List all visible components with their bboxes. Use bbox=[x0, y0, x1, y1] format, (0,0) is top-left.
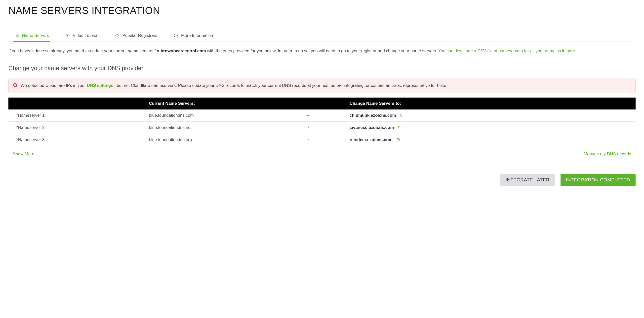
integration-completed-button[interactable]: INTEGRATION COMPLETED bbox=[560, 174, 636, 186]
ns-target-cell: javanese.ezoicns.com bbox=[347, 121, 636, 134]
table-row: *Nameserver 3: blue.foundationdns.org → … bbox=[8, 134, 636, 146]
show-more-link[interactable]: Show More bbox=[13, 151, 34, 156]
svg-rect-11 bbox=[399, 127, 401, 129]
ns-target-cell: reindeer.ezoicns.com bbox=[347, 134, 636, 146]
ns-label: *Nameserver 1: bbox=[8, 109, 146, 122]
copy-icon[interactable] bbox=[398, 126, 402, 130]
list-icon bbox=[14, 33, 19, 38]
ns-target: reindeer.ezoicns.com bbox=[350, 137, 392, 142]
svg-marker-5 bbox=[67, 35, 68, 36]
dns-settings-link[interactable]: DNS settings bbox=[87, 83, 113, 88]
ns-target-cell: chipmunk.ezoicns.com bbox=[347, 109, 636, 122]
tab-name-servers[interactable]: Name Servers bbox=[14, 31, 50, 42]
integrate-later-button[interactable]: INTEGRATE LATER bbox=[500, 174, 555, 186]
tab-more-information[interactable]: More Information bbox=[173, 31, 214, 42]
intro-text: If you haven't done so already, you need… bbox=[8, 48, 636, 54]
info-icon bbox=[174, 33, 178, 38]
svg-rect-12 bbox=[398, 139, 400, 141]
arrow-right-icon: → bbox=[303, 134, 347, 146]
tabs: Name Servers Video Tutorial Popular Regi… bbox=[8, 31, 636, 42]
action-buttons: INTEGRATE LATER INTEGRATION COMPLETED bbox=[8, 174, 636, 186]
star-icon bbox=[115, 33, 119, 38]
arrow-right-icon: → bbox=[303, 109, 347, 122]
ns-current: blue.foundationdns.net bbox=[146, 121, 303, 134]
play-circle-icon bbox=[65, 33, 70, 38]
table-footer: Show More Manage my DNS records bbox=[8, 151, 636, 156]
th-change-to: Change Name Servers to: bbox=[347, 98, 636, 109]
page-title: NAME SERVERS INTEGRATION bbox=[8, 5, 636, 16]
csv-download-link[interactable]: You can download a CSV file of nameserve… bbox=[438, 49, 576, 53]
alert-text: We detected Cloudflare IPs in your DNS s… bbox=[20, 82, 446, 89]
tab-label: More Information bbox=[181, 33, 213, 38]
nameserver-table: Current Name Servers: Change Name Server… bbox=[8, 98, 636, 146]
svg-rect-10 bbox=[401, 115, 403, 117]
arrow-right-icon: → bbox=[303, 121, 347, 134]
ns-label: *Nameserver 2: bbox=[8, 121, 146, 134]
copy-icon[interactable] bbox=[400, 113, 404, 117]
table-row: *Nameserver 1: blue.foundationdns.com → … bbox=[8, 109, 636, 122]
alert-banner: We detected Cloudflare IPs in your DNS s… bbox=[8, 78, 636, 93]
ns-target: javanese.ezoicns.com bbox=[350, 125, 394, 130]
section-heading: Change your name servers with your DNS p… bbox=[8, 65, 636, 72]
svg-point-9 bbox=[176, 35, 176, 35]
th-current: Current Name Servers: bbox=[146, 98, 303, 109]
ns-current: blue.foundationdns.com bbox=[146, 109, 303, 122]
ns-label: *Nameserver 3: bbox=[8, 134, 146, 146]
tab-label: Name Servers bbox=[22, 33, 49, 38]
ns-target: chipmunk.ezoicns.com bbox=[350, 113, 396, 118]
ns-current: blue.foundationdns.org bbox=[146, 134, 303, 146]
th-blank bbox=[8, 98, 146, 109]
svg-marker-6 bbox=[115, 34, 119, 37]
copy-icon[interactable] bbox=[396, 138, 400, 142]
error-icon bbox=[13, 83, 17, 87]
tab-label: Video Tutorial bbox=[73, 33, 99, 38]
manage-dns-link[interactable]: Manage my DNS records bbox=[584, 151, 631, 156]
tab-video-tutorial[interactable]: Video Tutorial bbox=[64, 31, 100, 42]
domain-name: brownbearcentral.com bbox=[160, 49, 206, 53]
table-row: *Nameserver 2: blue.foundationdns.net → … bbox=[8, 121, 636, 134]
tab-popular-registrars[interactable]: Popular Registrars bbox=[114, 31, 158, 42]
th-arrow bbox=[303, 98, 347, 109]
tab-label: Popular Registrars bbox=[122, 33, 157, 38]
